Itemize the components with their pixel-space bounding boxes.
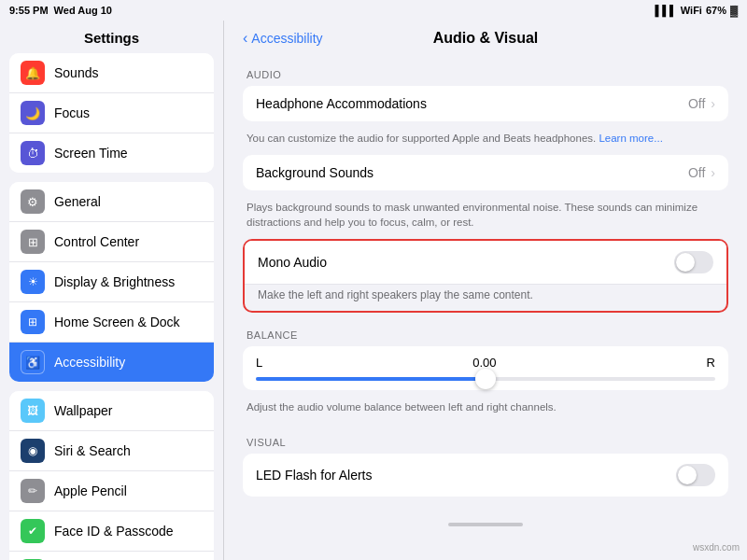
control-center-label: Control Center (54, 234, 139, 249)
balance-slider-fill (256, 377, 486, 381)
scroll-indicator (448, 523, 523, 526)
background-sounds-label: Background Sounds (256, 165, 374, 180)
sidebar-item-screen-time[interactable]: ⏱ Screen Time (9, 133, 214, 173)
focus-label: Focus (54, 105, 90, 120)
sidebar-group-3: 🖼 Wallpaper ◉ Siri & Search ✏ Apple Penc… (9, 391, 214, 560)
headphone-value: Off › (688, 96, 715, 111)
watermark: wsxdn.com (693, 542, 740, 553)
sidebar: Settings 🔔 Sounds 🌙 Focus ⏱ Screen Time … (0, 21, 224, 560)
battery-level: 67% (706, 5, 726, 16)
home-screen-icon: ⊞ (21, 310, 45, 334)
sidebar-item-control-center[interactable]: ⊞ Control Center (9, 222, 214, 262)
headphone-description: You can customize the audio for supporte… (243, 125, 728, 155)
display-icon: ☀ (21, 270, 45, 294)
apple-pencil-label: Apple Pencil (54, 483, 127, 498)
main-container: Settings 🔔 Sounds 🌙 Focus ⏱ Screen Time … (0, 21, 747, 560)
balance-slider-thumb[interactable] (475, 369, 496, 389)
face-id-icon: ✔ (21, 519, 45, 543)
background-sounds-value-text: Off (688, 165, 705, 180)
balance-value: 0.00 (472, 356, 496, 370)
sounds-icon: 🔔 (21, 61, 45, 85)
headphone-group: Headphone Accommodations Off › (243, 86, 728, 121)
time: 9:55 PM (9, 5, 49, 16)
wallpaper-icon: 🖼 (21, 399, 45, 423)
apple-pencil-icon: ✏ (21, 479, 45, 503)
face-id-label: Face ID & Passcode (54, 524, 174, 539)
screen-time-icon: ⏱ (21, 141, 45, 165)
back-label: Accessibility (251, 31, 322, 46)
balance-slider-track[interactable] (256, 377, 715, 381)
sidebar-item-general[interactable]: ⚙ General (9, 182, 214, 222)
sidebar-group-2: ⚙ General ⊞ Control Center ☀ Display & B… (9, 182, 214, 382)
display-label: Display & Brightness (54, 274, 175, 289)
sidebar-item-siri[interactable]: ◉ Siri & Search (9, 431, 214, 471)
sidebar-item-home-screen[interactable]: ⊞ Home Screen & Dock (9, 302, 214, 343)
status-bar: 9:55 PM Wed Aug 10 ▌▌▌ WiFi 67% ▓ (0, 0, 747, 21)
headphone-label: Headphone Accommodations (256, 96, 427, 111)
background-sounds-row[interactable]: Background Sounds Off › (243, 155, 728, 190)
screen-time-label: Screen Time (54, 146, 128, 161)
status-left: 9:55 PM Wed Aug 10 (9, 5, 112, 16)
balance-section: L 0.00 R (243, 346, 728, 390)
led-flash-row: LED Flash for Alerts (243, 454, 728, 497)
content-header: ‹ Accessibility Audio & Visual (224, 21, 747, 56)
signal-icon: ▌▌▌ (655, 5, 676, 16)
status-right: ▌▌▌ WiFi 67% ▓ (655, 5, 738, 16)
sidebar-item-display-brightness[interactable]: ☀ Display & Brightness (9, 262, 214, 302)
mono-audio-row: Mono Audio (245, 241, 726, 285)
background-sounds-chevron-icon: › (711, 165, 715, 180)
sounds-label: Sounds (54, 65, 98, 80)
led-flash-group: LED Flash for Alerts (243, 454, 728, 497)
headphone-accommodations-row[interactable]: Headphone Accommodations Off › (243, 86, 728, 121)
headphone-chevron-icon: › (711, 96, 715, 111)
background-sounds-value: Off › (688, 165, 715, 180)
back-button[interactable]: ‹ Accessibility (243, 30, 323, 47)
balance-right-label: R (707, 356, 715, 370)
general-icon: ⚙ (21, 189, 45, 214)
sidebar-item-focus[interactable]: 🌙 Focus (9, 93, 214, 133)
headphone-value-text: Off (688, 96, 705, 111)
balance-header: L 0.00 R (256, 356, 715, 370)
sidebar-item-wallpaper[interactable]: 🖼 Wallpaper (9, 391, 214, 431)
mono-audio-description: Make the left and right speakers play th… (245, 285, 726, 311)
battery-icon: ▓ (730, 5, 738, 16)
sidebar-title: Settings (0, 21, 223, 53)
mono-audio-label: Mono Audio (258, 255, 327, 270)
accessibility-label: Accessibility (54, 355, 125, 370)
sidebar-item-apple-pencil[interactable]: ✏ Apple Pencil (9, 471, 214, 511)
content-title: Audio & Visual (433, 30, 539, 47)
general-label: General (54, 194, 101, 209)
date: Wed Aug 10 (54, 5, 112, 16)
balance-section-header: BALANCE (243, 316, 728, 346)
led-flash-toggle[interactable] (676, 464, 715, 486)
siri-label: Siri & Search (54, 443, 131, 458)
audio-section-header: AUDIO (243, 56, 728, 86)
wifi-icon: WiFi (681, 5, 702, 16)
learn-more-link[interactable]: Learn more... (599, 133, 662, 144)
home-screen-label: Home Screen & Dock (54, 315, 180, 329)
led-toggle-knob (678, 466, 697, 484)
control-center-icon: ⊞ (21, 230, 45, 254)
sidebar-item-sounds[interactable]: 🔔 Sounds (9, 53, 214, 93)
wallpaper-label: Wallpaper (54, 403, 113, 418)
balance-left-label: L (256, 356, 262, 370)
sidebar-item-battery[interactable]: 🔋 Battery (9, 552, 214, 560)
balance-description: Adjust the audio volume balance between … (243, 394, 728, 424)
accessibility-icon: ♿ (21, 350, 45, 374)
sidebar-item-face-id[interactable]: ✔ Face ID & Passcode (9, 511, 214, 552)
focus-icon: 🌙 (21, 101, 45, 125)
content-body: AUDIO Headphone Accommodations Off › You… (224, 56, 747, 519)
visual-section-header: VISUAL (243, 424, 728, 454)
toggle-knob (676, 253, 695, 272)
background-sounds-group: Background Sounds Off › (243, 155, 728, 190)
mono-audio-toggle[interactable] (674, 251, 713, 273)
sidebar-group-1: 🔔 Sounds 🌙 Focus ⏱ Screen Time (9, 53, 214, 173)
led-flash-label: LED Flash for Alerts (256, 468, 373, 483)
siri-icon: ◉ (21, 439, 45, 463)
mono-audio-group: Mono Audio Make the left and right speak… (243, 239, 728, 313)
content-area: ‹ Accessibility Audio & Visual AUDIO Hea… (224, 21, 747, 560)
background-sounds-description: Plays background sounds to mask unwanted… (243, 194, 728, 239)
sidebar-item-accessibility[interactable]: ♿ Accessibility (9, 343, 214, 382)
back-arrow-icon: ‹ (243, 30, 247, 47)
